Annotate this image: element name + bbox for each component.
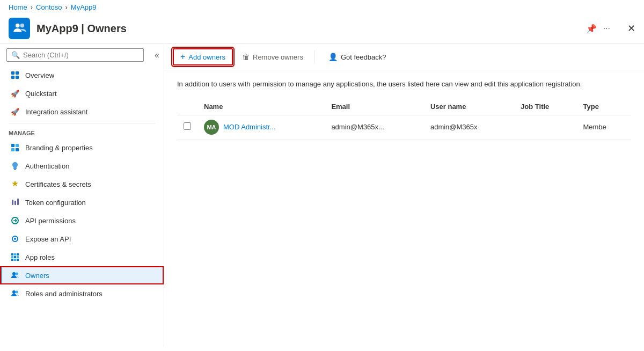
approles-icon	[10, 252, 20, 262]
more-options-icon[interactable]: ···	[603, 24, 610, 33]
content-area: + Add owners 🗑 Remove owners 👤 Got feedb…	[164, 44, 644, 347]
search-icon: 🔍	[11, 51, 20, 59]
svg-rect-4	[11, 76, 14, 79]
svg-rect-9	[16, 148, 19, 151]
owners-icon	[10, 270, 20, 280]
row-username-cell: admin@M365x	[424, 115, 514, 139]
token-icon	[10, 198, 20, 207]
remove-owners-button[interactable]: 🗑 Remove owners	[235, 49, 310, 64]
svg-point-1	[20, 24, 25, 28]
sidebar-item-quickstart[interactable]: 🚀 Quickstart	[0, 84, 164, 103]
remove-owners-label: Remove owners	[253, 53, 303, 61]
svg-rect-20	[14, 256, 16, 258]
svg-point-0	[16, 24, 20, 28]
page-title: MyApp9 | Owners	[36, 23, 586, 35]
breadcrumb: Home › Contoso › MyApp9	[9, 3, 635, 11]
app-header: MyApp9 | Owners 📌 ··· ✕	[0, 13, 644, 44]
sidebar-item-token[interactable]: Token configuration	[0, 193, 164, 211]
svg-rect-2	[11, 71, 14, 75]
sidebar-item-overview[interactable]: Overview	[0, 66, 164, 84]
close-icon[interactable]: ✕	[627, 23, 635, 34]
sidebar-item-roles-admin-label: Roles and administrators	[25, 290, 103, 298]
sidebar-item-overview-label: Overview	[25, 71, 54, 79]
search-input[interactable]	[23, 51, 139, 59]
sidebar-item-integration[interactable]: 🚀 Integration assistant	[0, 103, 164, 121]
manage-section-label: Manage	[0, 126, 164, 138]
col-username: User name	[424, 98, 514, 115]
svg-rect-11	[14, 201, 16, 205]
header-actions: 📌 ··· ✕	[586, 23, 635, 34]
sidebar-item-authentication-label: Authentication	[25, 162, 69, 170]
row-email-cell: admin@M365x...	[325, 115, 424, 139]
feedback-button[interactable]: 👤 Got feedback?	[321, 49, 393, 64]
add-owners-button[interactable]: + Add owners	[173, 48, 233, 65]
user-cell: MA MOD Administr...	[204, 120, 318, 135]
col-jobtitle: Job Title	[514, 98, 576, 115]
svg-rect-6	[11, 144, 14, 147]
sidebar-item-certificates-label: Certificates & secrets	[25, 180, 91, 188]
toolbar: + Add owners 🗑 Remove owners 👤 Got feedb…	[164, 44, 644, 70]
svg-rect-8	[11, 148, 14, 151]
owners-table-container: Name Email User name Job Title Type	[164, 98, 644, 140]
row-name-cell: MA MOD Administr...	[197, 115, 325, 139]
page-description: In addition to users with permission to …	[164, 70, 644, 98]
sidebar-item-app-roles[interactable]: App roles	[0, 248, 164, 266]
row-checkbox[interactable]	[184, 122, 191, 130]
add-owners-label: Add owners	[188, 53, 225, 61]
breadcrumb-app[interactable]: MyApp9	[71, 3, 97, 11]
sidebar-item-authentication[interactable]: Authentication	[0, 157, 164, 175]
collapse-button[interactable]: «	[150, 48, 164, 62]
avatar: MA	[204, 120, 219, 135]
svg-point-26	[16, 273, 18, 275]
svg-rect-21	[17, 256, 19, 258]
app-icon	[9, 18, 30, 39]
sidebar-item-expose-label: Expose an API	[25, 235, 71, 243]
feedback-icon: 👤	[328, 53, 338, 61]
row-type-cell: Membe	[576, 115, 631, 139]
rolesadmin-icon	[10, 289, 20, 298]
svg-rect-24	[17, 259, 19, 261]
svg-point-25	[12, 272, 16, 275]
sidebar: 🔍 « Overview 🚀 Quickstart 🚀 Integration …	[0, 44, 164, 347]
user-name-link[interactable]: MOD Administr...	[223, 123, 276, 131]
breadcrumb-contoso[interactable]: Contoso	[36, 3, 62, 11]
svg-rect-23	[14, 259, 16, 261]
sidebar-item-api-label: API permissions	[25, 217, 76, 225]
main-layout: 🔍 « Overview 🚀 Quickstart 🚀 Integration …	[0, 44, 644, 347]
sidebar-item-certificates[interactable]: Certificates & secrets	[0, 175, 164, 193]
svg-rect-18	[17, 253, 19, 255]
svg-point-28	[16, 291, 18, 294]
breadcrumb-sep2: ›	[65, 3, 67, 11]
rocket2-icon: 🚀	[10, 107, 20, 116]
sidebar-item-expose-api[interactable]: Expose an API	[0, 230, 164, 248]
row-email: admin@M365x...	[331, 123, 384, 131]
svg-rect-10	[12, 200, 13, 205]
svg-rect-17	[14, 253, 16, 255]
sidebar-item-owners[interactable]: Owners	[0, 266, 164, 284]
sidebar-item-integration-label: Integration assistant	[25, 108, 87, 116]
plus-icon: +	[180, 52, 185, 62]
col-name: Name	[197, 98, 325, 115]
branding-icon	[10, 143, 20, 152]
col-email: Email	[325, 98, 424, 115]
row-username: admin@M365x	[430, 123, 478, 131]
svg-rect-7	[16, 144, 19, 147]
svg-rect-22	[11, 259, 13, 261]
col-checkbox	[177, 98, 197, 115]
breadcrumb-sep1: ›	[31, 3, 33, 11]
breadcrumb-home[interactable]: Home	[9, 3, 27, 11]
pin-icon[interactable]: 📌	[586, 24, 597, 34]
cert-icon	[10, 179, 20, 189]
auth-icon	[10, 161, 20, 171]
nav-divider	[9, 123, 155, 123]
sidebar-item-app-roles-label: App roles	[25, 253, 55, 261]
sidebar-item-roles-admin[interactable]: Roles and administrators	[0, 284, 164, 303]
svg-rect-5	[16, 76, 19, 79]
sidebar-item-branding[interactable]: Branding & properties	[0, 138, 164, 157]
grid-icon	[10, 70, 20, 80]
col-type: Type	[576, 98, 631, 115]
row-checkbox-cell[interactable]	[177, 115, 197, 139]
search-box[interactable]: 🔍	[6, 48, 144, 62]
sidebar-item-branding-label: Branding & properties	[25, 144, 93, 152]
sidebar-item-api-permissions[interactable]: API permissions	[0, 211, 164, 230]
